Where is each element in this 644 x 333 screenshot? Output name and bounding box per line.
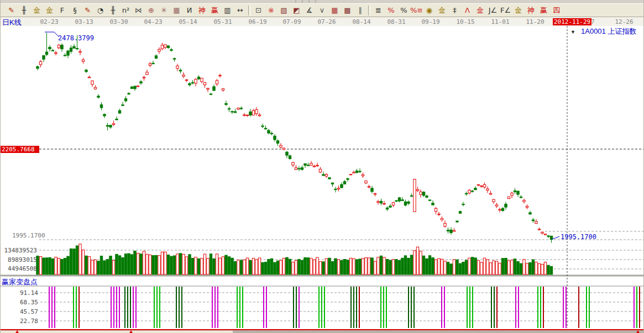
percent-strike-tool-icon[interactable]: % (385, 4, 397, 16)
ying-angle-tool-icon[interactable]: 赢∠ (537, 4, 550, 16)
candle-body (64, 55, 66, 56)
candle-body (347, 178, 349, 179)
volume-bar (55, 257, 57, 274)
date-tick: 11-01 (491, 18, 509, 25)
candle-body (106, 125, 108, 126)
volume-bar (213, 259, 215, 275)
volume-bar (447, 262, 449, 274)
rays-tool-icon[interactable]: ※ (265, 4, 278, 16)
date-tick: 06-19 (248, 18, 266, 25)
candle-body (164, 45, 166, 47)
draw-knife-2-icon[interactable]: ✎ (81, 4, 94, 16)
spiral-icon[interactable]: § (69, 4, 81, 16)
candle-body (210, 94, 212, 94)
candle-body (185, 80, 187, 81)
bottom-scrollbar-strip[interactable] (233, 330, 644, 333)
wave-a-tool-icon[interactable]: Ʌ (461, 4, 474, 16)
box-tool-icon[interactable]: ⊡ (252, 4, 265, 16)
ref-price-badge: 2205.7668 (1, 146, 39, 153)
candle-body (310, 163, 312, 166)
circle-cross-icon[interactable]: ⊕ (145, 4, 158, 16)
fan-lines-tool-icon[interactable]: ∡ (303, 4, 316, 16)
volume-bar (85, 256, 87, 274)
volume-bar (97, 261, 100, 274)
f-grid-icon[interactable]: F (56, 4, 69, 16)
volume-bar (541, 265, 543, 275)
candle-body (73, 46, 75, 48)
volume-bar (243, 260, 245, 275)
ruler-123-icon[interactable]: ▥ (221, 4, 234, 16)
parallel-lines-tool-icon[interactable]: ∥ (354, 4, 366, 16)
symbol-dropdown-arrow[interactable]: ▼ (570, 29, 575, 35)
date-tick: 03-30 (109, 18, 128, 25)
gann-line-icon[interactable]: ╫ (18, 4, 30, 16)
volume-bar (82, 250, 84, 275)
gold-mark-tool-icon[interactable]: 金 (474, 4, 486, 16)
volume-bar (292, 262, 294, 274)
si-angle-tool-icon[interactable]: 四∠ (550, 4, 563, 16)
indicator-scale-1: 91.14 (13, 289, 38, 297)
f-angle-tool-icon[interactable]: F∠ (499, 4, 512, 16)
candle-body (486, 189, 489, 191)
volume-bar (459, 263, 461, 274)
time-cycle-icon[interactable]: ◔ (94, 4, 107, 16)
gold-circle-tool-icon[interactable]: ◉ (423, 4, 436, 16)
date-tick: 03-13 (75, 18, 93, 25)
pin-tool-icon[interactable]: ‡ (448, 4, 461, 16)
candle-body (395, 200, 397, 201)
candle-body (355, 171, 358, 172)
candle-body (94, 87, 96, 89)
shen-angle-tool-icon[interactable]: 神∠ (525, 4, 537, 16)
volume-bar (307, 258, 309, 274)
candle-body (201, 78, 203, 82)
volume-bar (520, 263, 522, 274)
price-grid-tool-icon[interactable]: ▦ (328, 4, 341, 16)
percent-tool-icon[interactable]: % (397, 4, 410, 16)
j-angle-tool-icon[interactable]: J∠ (486, 4, 499, 16)
shen-tool-icon[interactable]: 神 (196, 4, 208, 16)
wave-marker-icon[interactable]: И (183, 4, 196, 16)
spiderweb-icon[interactable]: ✳ (158, 4, 170, 16)
volume-bar (61, 260, 63, 275)
volume-bar (432, 258, 434, 274)
volume-bar (158, 256, 160, 274)
volume-bar (122, 257, 124, 274)
symbol-label[interactable]: 1A0001 上证指数 (581, 27, 636, 36)
grid-arrow-tool-icon[interactable]: ▩ (341, 4, 354, 16)
volume-bar (410, 255, 412, 274)
candle-body (480, 186, 483, 187)
volume-bar (395, 260, 397, 274)
candle-body (155, 56, 157, 59)
gann-line-2-icon[interactable]: ╫ (107, 4, 119, 16)
volume-bar (493, 261, 495, 274)
web-grid-icon[interactable]: ▦ (170, 4, 183, 16)
n-square-icon[interactable]: n² (119, 4, 132, 16)
level-tool-icon[interactable]: ≣ (372, 4, 385, 16)
candle-body (225, 103, 227, 104)
draw-knife-icon[interactable]: ✎ (5, 4, 18, 16)
fan-box-tool-icon[interactable]: ◩ (290, 4, 303, 16)
candle-body (189, 83, 191, 85)
candle-body (88, 77, 90, 78)
gold-angle-tool-icon[interactable]: 金∠ (512, 4, 525, 16)
date-tick: 05-14 (179, 18, 197, 25)
arc-box-tool-icon[interactable]: ▧ (278, 4, 290, 16)
volume-bar (310, 258, 312, 274)
mirror-tool-icon[interactable]: ⋈ (132, 4, 145, 16)
volume-bar (149, 255, 151, 275)
gold-grid-2-icon[interactable]: 金 (43, 4, 56, 16)
candle-body (158, 49, 160, 51)
v-wave-tool-icon[interactable]: ∨ (316, 4, 328, 16)
candle-body (122, 105, 124, 105)
gold-lines-tool-icon[interactable]: 金 (436, 4, 448, 16)
candle-body (79, 51, 81, 52)
candle-body (128, 93, 130, 94)
percent-lines-tool-icon[interactable]: %≡ (410, 4, 423, 16)
h-measure-icon[interactable]: ↔ (234, 4, 247, 16)
volume-bar (130, 255, 133, 274)
candle-body (362, 175, 364, 176)
candle-body (386, 208, 388, 209)
candle-body (51, 50, 54, 51)
ying-tool-icon[interactable]: 赢 (208, 4, 221, 16)
gold-grid-icon[interactable]: 金 (30, 4, 43, 16)
